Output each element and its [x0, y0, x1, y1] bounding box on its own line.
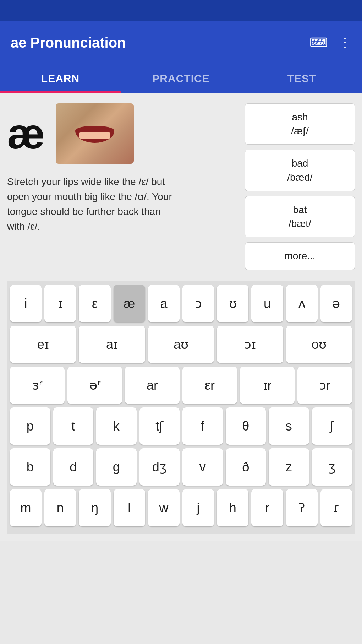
- tab-test[interactable]: TEST: [241, 64, 362, 92]
- ipa-keyboard: i ɪ ε æ a ɔ ʊ u ʌ ə eɪ aɪ aʊ ɔɪ oʊ ɜʳ əʳ…: [7, 281, 355, 534]
- key-au[interactable]: aʊ: [148, 326, 214, 363]
- key-n[interactable]: n: [44, 489, 76, 526]
- key-ae[interactable]: æ: [114, 285, 145, 322]
- keyboard-row-6: m n ŋ l w j h r ʔ ɾ: [10, 489, 352, 526]
- key-ir[interactable]: ɪr: [240, 367, 295, 404]
- app-bar: ae Pronunciation ⌨ ⋮: [0, 21, 362, 64]
- key-ai[interactable]: aɪ: [79, 326, 145, 363]
- key-theta[interactable]: θ: [226, 407, 266, 445]
- key-oi[interactable]: ɔɪ: [217, 326, 283, 363]
- key-eth[interactable]: ð: [226, 448, 266, 486]
- key-z[interactable]: z: [269, 448, 309, 486]
- key-w[interactable]: w: [148, 489, 180, 526]
- key-small-i[interactable]: ɪ: [44, 285, 76, 322]
- key-u[interactable]: u: [251, 285, 283, 322]
- key-er-stressed[interactable]: ɜʳ: [10, 367, 65, 404]
- key-er-unstressed[interactable]: əʳ: [67, 367, 122, 404]
- tab-bar: LEARN PRACTICE TEST: [0, 64, 362, 93]
- word-examples-panel: ash /æʃ/ bad /bæd/ bat /bæt/ more...: [245, 103, 355, 270]
- key-m[interactable]: m: [10, 489, 42, 526]
- key-tsh[interactable]: tʃ: [139, 407, 180, 445]
- key-zh[interactable]: ʒ: [312, 448, 352, 486]
- keyboard-row-3: ɜʳ əʳ ar εr ɪr ɔr: [10, 367, 352, 404]
- keyboard-row-1: i ɪ ε æ a ɔ ʊ u ʌ ə: [10, 285, 352, 322]
- key-open-o[interactable]: ɔ: [182, 285, 214, 322]
- more-vert-icon: ⋮: [339, 35, 351, 50]
- key-eng[interactable]: ŋ: [79, 489, 110, 526]
- key-sh[interactable]: ʃ: [312, 407, 352, 445]
- keyboard-icon: ⌨: [309, 35, 328, 50]
- key-er[interactable]: εr: [182, 367, 237, 404]
- word-button-ash[interactable]: ash /æʃ/: [245, 103, 355, 145]
- key-p[interactable]: p: [10, 407, 50, 445]
- status-bar: [0, 0, 362, 21]
- key-schwa[interactable]: ə: [320, 285, 352, 322]
- key-ar[interactable]: ar: [125, 367, 180, 404]
- app-bar-actions: ⌨ ⋮: [309, 35, 351, 50]
- key-v[interactable]: v: [182, 448, 223, 486]
- word-button-bat[interactable]: bat /bæt/: [245, 196, 355, 237]
- key-l[interactable]: l: [114, 489, 145, 526]
- key-h[interactable]: h: [217, 489, 248, 526]
- key-f[interactable]: f: [182, 407, 223, 445]
- key-i[interactable]: i: [10, 285, 42, 322]
- key-wedge[interactable]: ʌ: [286, 285, 318, 322]
- word-button-bad[interactable]: bad /bæd/: [245, 150, 355, 191]
- key-or[interactable]: ɔr: [297, 367, 352, 404]
- key-epsilon[interactable]: ε: [79, 285, 110, 322]
- key-ou[interactable]: oʊ: [286, 326, 352, 363]
- key-k[interactable]: k: [96, 407, 137, 445]
- key-j[interactable]: j: [182, 489, 214, 526]
- left-panel: æ Stretch your lips wide like the /ε/ bu…: [7, 103, 238, 234]
- phoneme-description: Stretch your lips wide like the /ε/ but …: [7, 174, 177, 234]
- tab-learn[interactable]: LEARN: [0, 64, 121, 92]
- key-d[interactable]: d: [53, 448, 94, 486]
- phoneme-display: æ: [7, 103, 238, 164]
- key-a[interactable]: a: [148, 285, 180, 322]
- more-options-button[interactable]: ⋮: [339, 35, 351, 50]
- phoneme-symbol: æ: [7, 112, 45, 155]
- main-content: æ Stretch your lips wide like the /ε/ bu…: [0, 93, 362, 541]
- key-ei[interactable]: eɪ: [10, 326, 76, 363]
- tab-practice[interactable]: PRACTICE: [121, 64, 241, 92]
- keyboard-row-2: eɪ aɪ aʊ ɔɪ oʊ: [10, 326, 352, 363]
- key-glottal[interactable]: ʔ: [286, 489, 318, 526]
- keyboard-row-5: b d g dʒ v ð z ʒ: [10, 448, 352, 486]
- key-g[interactable]: g: [96, 448, 137, 486]
- top-section: æ Stretch your lips wide like the /ε/ bu…: [7, 103, 355, 270]
- key-b[interactable]: b: [10, 448, 50, 486]
- key-s[interactable]: s: [269, 407, 309, 445]
- key-upsilon[interactable]: ʊ: [217, 285, 248, 322]
- keyboard-row-4: p t k tʃ f θ s ʃ: [10, 407, 352, 445]
- more-examples-button[interactable]: more...: [245, 242, 355, 270]
- key-dzh[interactable]: dʒ: [139, 448, 180, 486]
- keyboard-icon-button[interactable]: ⌨: [309, 35, 328, 50]
- mouth-image: [56, 103, 134, 164]
- key-flap[interactable]: ɾ: [320, 489, 352, 526]
- app-title: ae Pronunciation: [11, 35, 126, 51]
- key-r[interactable]: r: [251, 489, 283, 526]
- key-t[interactable]: t: [53, 407, 94, 445]
